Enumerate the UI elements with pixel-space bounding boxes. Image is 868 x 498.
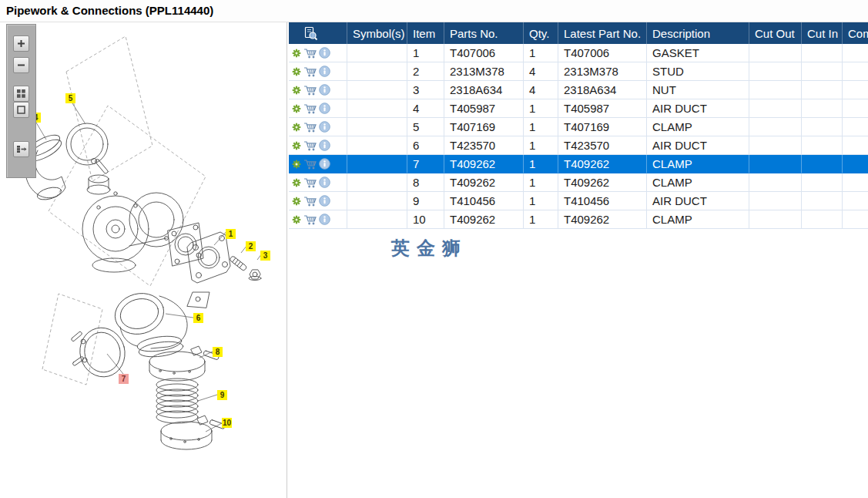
cell-qty: 1 [524, 192, 558, 210]
add-to-cart-icon[interactable] [303, 177, 317, 188]
column-header-item[interactable]: Item [407, 22, 444, 44]
cell-qty: 1 [524, 136, 558, 155]
callout-3[interactable]: 3 [260, 251, 270, 261]
cell-parts_no: 2318A634 [444, 81, 524, 99]
row-actions-cell [289, 81, 347, 99]
table-row-item-5[interactable]: 5T4071691T407169CLAMP [289, 118, 868, 136]
add-to-cart-icon[interactable] [303, 196, 317, 207]
cell-description: GASKET [647, 44, 749, 62]
cell-description: CLAMP [647, 173, 749, 192]
part-info-icon[interactable] [319, 66, 330, 77]
callout-2[interactable]: 2 [246, 241, 256, 251]
part-info-icon[interactable] [319, 214, 330, 225]
select-part-gear-icon[interactable] [292, 67, 301, 76]
column-header-cut_out[interactable]: Cut Out [749, 22, 802, 44]
part-info-icon[interactable] [319, 47, 330, 59]
column-header-description[interactable]: Description [647, 22, 749, 44]
zoom-in-button[interactable] [13, 35, 29, 52]
select-part-gear-icon[interactable] [292, 160, 301, 169]
add-to-cart-icon[interactable] [303, 103, 317, 114]
column-header-actions[interactable] [289, 22, 347, 44]
select-part-gear-icon[interactable] [292, 141, 301, 150]
select-part-gear-icon[interactable] [292, 49, 301, 58]
column-header-cut_in[interactable]: Cut In [802, 22, 843, 44]
cell-symbols [347, 118, 407, 136]
fit-view-button[interactable] [13, 102, 29, 118]
table-row-item-3[interactable]: 32318A63442318A634NUT [289, 81, 868, 99]
callout-9[interactable]: 9 [217, 390, 227, 400]
select-part-gear-icon[interactable] [292, 215, 301, 224]
table-row-item-8[interactable]: 8T4092621T409262CLAMP [289, 173, 868, 192]
cell-cut_in [802, 210, 843, 229]
table-row-item-7[interactable]: 7T4092621T409262CLAMP [289, 155, 868, 173]
part-info-icon[interactable] [319, 195, 330, 207]
part-info-icon[interactable] [319, 84, 330, 96]
add-to-cart-icon[interactable] [303, 85, 317, 96]
select-part-gear-icon[interactable] [292, 178, 301, 187]
column-header-parts_no[interactable]: Parts No. [444, 22, 524, 44]
select-part-gear-icon[interactable] [292, 104, 301, 113]
table-row-item-2[interactable]: 22313M37842313M378STUD [289, 62, 868, 81]
callout-5[interactable]: 5 [65, 93, 75, 103]
column-header-symbols[interactable]: Symbol(s) [347, 22, 407, 44]
add-to-cart-icon[interactable] [303, 122, 317, 133]
table-row-item-4[interactable]: 4T4059871T405987AIR DUCT [289, 99, 868, 118]
callout-6[interactable]: 6 [193, 313, 203, 323]
part-info-icon[interactable] [319, 103, 330, 114]
title-bar: Pipework & Connections (PPL114440) [0, 0, 868, 22]
cell-symbols [347, 136, 407, 155]
toggle-list-button[interactable] [13, 141, 29, 157]
callout-8[interactable]: 8 [213, 347, 223, 357]
minus-icon [16, 60, 26, 70]
row-actions-cell [289, 118, 347, 136]
table-row-item-6[interactable]: 6T4235701T423570AIR DUCT [289, 136, 868, 155]
cell-parts_no: 2313M378 [444, 62, 524, 81]
cell-cut_out [749, 155, 802, 173]
part-info-icon[interactable] [319, 121, 330, 133]
cell-parts_no: T409262 [444, 155, 524, 173]
cell-symbols [347, 62, 407, 81]
column-header-qty[interactable]: Qty. [524, 22, 558, 44]
cell-symbols [347, 173, 407, 192]
part-info-icon[interactable] [319, 140, 330, 151]
page-title: Pipework & Connections (PPL114440) [0, 0, 868, 17]
cell-description: STUD [647, 62, 749, 81]
cell-item: 10 [407, 210, 444, 229]
row-actions-cell [289, 136, 347, 155]
row-actions-cell [289, 210, 347, 229]
select-part-gear-icon[interactable] [292, 86, 301, 95]
square-outline-icon [16, 105, 26, 115]
column-header-comment[interactable]: Comment [843, 22, 868, 44]
column-header-latest_part_no[interactable]: Latest Part No. [558, 22, 647, 44]
cell-cut_in [802, 118, 843, 136]
part-info-icon[interactable] [319, 177, 330, 188]
add-to-cart-icon[interactable] [303, 140, 317, 151]
cell-cut_in [802, 81, 843, 99]
add-to-cart-icon[interactable] [303, 159, 317, 170]
add-to-cart-icon[interactable] [303, 214, 317, 225]
cell-description: CLAMP [647, 210, 749, 229]
select-part-gear-icon[interactable] [292, 123, 301, 132]
cell-cut_out [749, 210, 802, 229]
cell-symbols [347, 44, 407, 62]
add-to-cart-icon[interactable] [303, 66, 317, 77]
select-part-gear-icon[interactable] [292, 197, 301, 206]
callout-7[interactable]: 7 [119, 374, 129, 384]
parts-table-pane: Symbol(s)ItemParts No.Qty.Latest Part No… [289, 22, 868, 498]
cell-qty: 1 [524, 210, 558, 229]
zoom-out-button[interactable] [13, 57, 29, 73]
app-window: Pipework & Connections (PPL114440) [0, 0, 868, 498]
tile-view-button[interactable] [13, 86, 29, 102]
table-row-item-1[interactable]: 1T4070061T407006GASKET [289, 44, 868, 62]
part-info-icon[interactable] [319, 158, 330, 170]
table-row-item-9[interactable]: 9T4104561T410456AIR DUCT [289, 192, 868, 210]
cell-latest_part_no: T409262 [558, 210, 647, 229]
table-row-item-10[interactable]: 10T4092621T409262CLAMP [289, 210, 868, 229]
add-to-cart-icon[interactable] [303, 48, 317, 59]
callout-1[interactable]: 1 [226, 229, 236, 239]
cell-cut_in [802, 62, 843, 81]
cell-symbols [347, 210, 407, 229]
parts-table: Symbol(s)ItemParts No.Qty.Latest Part No… [289, 22, 868, 229]
diagram-toolbar [6, 24, 36, 178]
callout-10[interactable]: 10 [222, 418, 232, 428]
